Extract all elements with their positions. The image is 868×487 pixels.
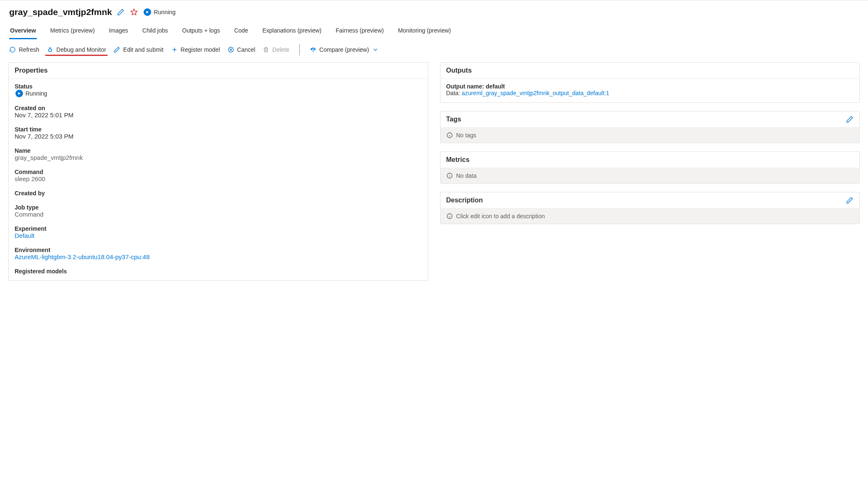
info-icon	[446, 132, 453, 139]
prop-status-value: Running	[15, 90, 47, 97]
edit-name-icon[interactable]	[116, 8, 125, 17]
prop-created-on-value: Nov 7, 2022 5:01 PM	[15, 111, 422, 119]
compare-label: Compare (preview)	[319, 46, 369, 53]
play-icon	[15, 90, 23, 97]
tab-monitoring[interactable]: Monitoring (preview)	[397, 23, 452, 39]
page-title: gray_spade_vmtjp2fmnk	[9, 7, 112, 17]
description-header: Description	[446, 197, 483, 204]
outputs-header: Outputs	[440, 63, 860, 79]
tags-header: Tags	[446, 116, 461, 123]
tags-card: Tags No tags	[440, 111, 860, 143]
prop-command-label: Command	[15, 169, 422, 175]
metrics-empty: No data	[456, 172, 477, 179]
edit-description-icon[interactable]	[846, 197, 853, 204]
tab-code[interactable]: Code	[233, 23, 249, 39]
delete-button: Delete	[263, 46, 289, 53]
svg-marker-0	[131, 9, 137, 15]
tab-outputs-logs[interactable]: Outputs + logs	[181, 23, 221, 39]
refresh-label: Refresh	[19, 46, 39, 53]
chevron-down-icon	[372, 46, 379, 53]
output-name: Output name: default	[446, 83, 854, 90]
prop-experiment-link[interactable]: Default	[15, 232, 422, 239]
output-data-label: Data:	[446, 90, 462, 96]
tabs: Overview Metrics (preview) Images Child …	[0, 20, 868, 40]
prop-registered-models-label: Registered models	[15, 268, 422, 275]
outputs-card: Outputs Output name: default Data: azure…	[440, 62, 860, 103]
tags-empty: No tags	[456, 132, 476, 139]
info-icon	[446, 213, 453, 220]
prop-name-label: Name	[15, 147, 422, 154]
edit-label: Edit and submit	[123, 46, 164, 53]
cancel-button[interactable]: Cancel	[228, 46, 256, 53]
properties-card: Properties Status Running	[8, 62, 428, 281]
cancel-label: Cancel	[237, 46, 256, 53]
debug-label: Debug and Monitor	[56, 46, 106, 53]
play-icon	[144, 8, 151, 16]
delete-label: Delete	[272, 46, 289, 53]
debug-monitor-button[interactable]: Debug and Monitor	[47, 46, 106, 53]
prop-status-label: Status	[15, 83, 422, 90]
tab-metrics[interactable]: Metrics (preview)	[49, 23, 96, 39]
prop-environment-link[interactable]: AzureML-lightgbm-3.2-ubuntu18.04-py37-cp…	[15, 253, 422, 260]
description-card: Description Click edit icon to add a des…	[440, 192, 860, 224]
tab-images[interactable]: Images	[108, 23, 129, 39]
toolbar: Refresh Debug and Monitor Edit and submi…	[0, 40, 868, 61]
description-empty: Click edit icon to add a description	[456, 213, 545, 220]
register-model-button[interactable]: Register model	[171, 46, 220, 53]
prop-environment-label: Environment	[15, 247, 422, 253]
prop-name-value: gray_spade_vmtjp2fmnk	[15, 154, 422, 161]
tab-explanations[interactable]: Explanations (preview)	[261, 23, 322, 39]
refresh-button[interactable]: Refresh	[9, 46, 39, 53]
prop-command-value: sleep 2600	[15, 175, 422, 182]
edit-submit-button[interactable]: Edit and submit	[114, 46, 164, 53]
prop-experiment-label: Experiment	[15, 225, 422, 232]
svg-marker-1	[147, 11, 149, 14]
metrics-card: Metrics No data	[440, 151, 860, 184]
edit-tags-icon[interactable]	[846, 116, 853, 123]
prop-job-type-label: Job type	[15, 204, 422, 211]
info-icon	[446, 172, 453, 179]
metrics-header: Metrics	[446, 156, 470, 164]
tab-child-jobs[interactable]: Child jobs	[142, 23, 169, 39]
status-text: Running	[154, 9, 175, 15]
prop-start-time-value: Nov 7, 2022 5:03 PM	[15, 133, 422, 140]
separator	[299, 44, 300, 56]
svg-marker-4	[18, 92, 21, 95]
output-data-link[interactable]: azureml_gray_spade_vmtjp2fmnk_output_dat…	[462, 90, 609, 96]
register-label: Register model	[181, 46, 220, 53]
tab-fairness[interactable]: Fairness (preview)	[335, 23, 385, 39]
tab-overview[interactable]: Overview	[9, 23, 37, 39]
favorite-star-icon[interactable]	[129, 8, 139, 17]
prop-job-type-value: Command	[15, 211, 422, 218]
prop-created-on-label: Created on	[15, 105, 422, 111]
prop-created-by-label: Created by	[15, 190, 422, 197]
status-badge: Running	[144, 8, 175, 16]
compare-button[interactable]: Compare (preview)	[310, 46, 379, 53]
properties-header: Properties	[9, 63, 428, 79]
prop-start-time-label: Start time	[15, 126, 422, 133]
